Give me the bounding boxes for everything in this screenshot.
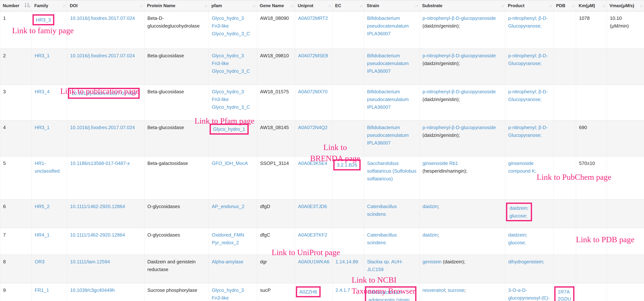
column-header-pfam[interactable]: pfam↓↑ [209, 0, 257, 12]
uniprot-link[interactable]: A0A072MX70 [298, 89, 328, 94]
pfam-link[interactable]: Glyco_hydro_3 [212, 287, 244, 293]
product-link[interactable]: glucose; [508, 240, 526, 245]
column-header-protein-name[interactable]: Protein Name↓↑ [144, 0, 209, 12]
km-cell: 570±10 [576, 156, 607, 199]
pfam-link[interactable]: AP_endonuc_2 [212, 204, 244, 209]
pdb-link[interactable]: 1R7A [558, 289, 570, 294]
family-link[interactable]: HR5_2 [35, 204, 50, 209]
doi-link[interactable]: 10.1016/j.foodres.2017.07.024 [70, 53, 135, 58]
family-link[interactable]: FR1_1 [35, 287, 49, 293]
ec-cell: 2.4.1.7 [332, 283, 364, 301]
column-header-family[interactable]: Family↓↑ [32, 0, 67, 12]
pfam-link[interactable]: GFO_IDH_MocA [212, 161, 248, 166]
column-header-product[interactable]: Product↓↑ [505, 0, 554, 12]
substrate-link[interactable]: ginsenoside Rb1 [422, 161, 458, 166]
pdb-link[interactable]: 2GDU [558, 296, 571, 301]
pfam-link[interactable]: Glyco_hydro_3_C [212, 31, 250, 36]
ec-link[interactable]: 2.4.1.7 [336, 287, 350, 293]
substrate-link[interactable]: daidzin [422, 204, 438, 209]
strain-link[interactable]: Bifidobacterium adolescentis (strain ATC… [368, 289, 410, 301]
substrate-link[interactable]: p-nitrophenyl-β-D-glucopyranoside [422, 16, 496, 21]
strain-link[interactable]: Bifidobacterium pseudocatenulatum IPLA36… [367, 16, 409, 36]
strain-link[interactable]: Slackia sp. AUH-JLC159 [367, 259, 403, 272]
pfam-link[interactable]: Glyco_hydro_3 [212, 89, 244, 94]
product-link[interactable]: p-nitrophenyl; β-D-Glucopyranose; [508, 125, 548, 138]
doi-link[interactable]: 10.1111/lam.12594 [70, 259, 110, 264]
column-header-gene-name[interactable]: Gene Name↓↑ [257, 0, 295, 12]
substrate-link[interactable]: genistein [422, 259, 442, 264]
pfam-link[interactable]: Oxidored_FMN [212, 232, 244, 238]
pfam-link[interactable]: Fn3-like [212, 97, 229, 102]
uniprot-cell: A0A0E3TKF2 [295, 228, 332, 255]
strain-link[interactable]: Catenibacillus scindens [367, 232, 397, 245]
doi-link[interactable]: 10.1111/1462-2920.12864 [70, 204, 125, 209]
family-link[interactable]: HR1-unclassified [35, 161, 60, 174]
product-link[interactable]: ginsenoside compound K; [508, 161, 536, 174]
substrate-link[interactable]: p-nitrophenyl-β-D-glucopyranoside [422, 53, 496, 58]
column-header-number[interactable]: Number [0, 0, 32, 12]
pfam-link[interactable]: Glyco_hydro_1 [213, 126, 245, 132]
family-link[interactable]: HR3_3 [36, 17, 51, 23]
uniprot-link[interactable]: A0A0E3TKF2 [298, 232, 327, 238]
product-link[interactable]: dihydrogenistein; [508, 259, 544, 264]
uniprot-link[interactable]: A0ZZH6 [299, 289, 317, 294]
pfam-link[interactable]: Glyco_hydro_3_C [212, 68, 250, 74]
product-link[interactable]: p-nitrophenyl; β-D-Glucopyranose; [508, 53, 548, 66]
doi-link[interactable]: 10.1016/j.foodres.2017.07.024 [70, 16, 135, 21]
uniprot-link[interactable]: A0A0E3K5E4 [298, 161, 327, 166]
pfam-link[interactable]: Alpha-amylase [212, 259, 243, 264]
family-link[interactable]: OR3 [35, 259, 44, 264]
family-link[interactable]: HR4_1 [35, 232, 50, 238]
column-header-km[interactable]: Km(μM)↓↑ [576, 0, 607, 12]
family-link[interactable]: HR3_1 [35, 125, 50, 130]
product-link[interactable]: glucose; [510, 213, 527, 218]
ec-link[interactable]: 1.14.14.89 [336, 259, 358, 264]
substrate-link[interactable]: sucrose [448, 287, 464, 293]
pfam-link[interactable]: Glyco_hydro_3 [212, 53, 244, 58]
column-header-doi[interactable]: DOI↓↑ [67, 0, 144, 12]
family-link[interactable]: HR3_4 [35, 89, 50, 94]
uniprot-link[interactable]: A0A072MSE8 [298, 53, 328, 58]
substrate-link[interactable]: daidzin [422, 232, 438, 238]
column-header-pdb[interactable]: PDB↓↑ [554, 0, 576, 12]
product-link[interactable]: daidzein; [508, 232, 527, 238]
column-header-ec[interactable]: EC↓↑ [332, 0, 364, 12]
doi-link[interactable]: 10.1016/j.foodres.2017.07.024 [70, 125, 135, 130]
product-link[interactable]: p-nitrophenyl; β-D-Glucopyranose; [508, 89, 548, 102]
family-link[interactable]: HR3_1 [35, 53, 50, 58]
column-label: Vmax(μM/s) [610, 3, 634, 8]
column-header-strain[interactable]: Strain↓↑ [364, 0, 420, 12]
doi-link[interactable]: 10.1016/j.foodres.2017.07.024 [72, 91, 136, 96]
substrate-link[interactable]: p-nitrophenyl-β-D-glucopyranoside [422, 89, 496, 94]
column-header-uniprot[interactable]: Uniprot↓↑ [295, 0, 332, 12]
number-cell: 6 [0, 199, 32, 228]
uniprot-link[interactable]: A0A0U1WKA6 [298, 259, 330, 264]
strain-link[interactable]: Bifidobacterium pseudocatenulatum IPLA36… [367, 53, 409, 74]
uniprot-link[interactable]: A0A072MRT2 [298, 16, 328, 21]
pfam-link[interactable]: Pyr_redox_2 [212, 240, 239, 245]
pfam-link[interactable]: Fn3-like [212, 23, 229, 29]
column-header-vmax[interactable]: Vmax(μM/s)↓↑ [607, 0, 644, 12]
doi-link[interactable]: 10.1111/1462-2920.12864 [70, 232, 125, 238]
product-link[interactable]: daidzein; [510, 205, 528, 211]
uniprot-link[interactable]: A0A0E3TJD6 [298, 204, 327, 209]
strain-link[interactable]: Bifidobacterium pseudocatenulatum IPLA36… [367, 125, 409, 146]
substrate-link[interactable]: resveratrol [422, 287, 445, 293]
uniprot-cell: A0A0E3TJD6 [295, 199, 332, 228]
ec-link[interactable]: 3.2.1.B26 [337, 162, 357, 168]
doi-link[interactable]: 10.1039/c3gc40449h [70, 287, 115, 293]
pfam-link[interactable]: Fn3-like [212, 61, 229, 66]
uniprot-link[interactable]: A0A072N4Q2 [298, 125, 328, 130]
doi-link[interactable]: 10.1186/s13568-017-0487-x [70, 161, 130, 166]
strain-link[interactable]: Bifidobacterium pseudocatenulatum IPLA36… [367, 89, 409, 110]
pfam-link[interactable]: Fn3-like [212, 295, 229, 301]
pfam-link[interactable]: Glyco_hydro_3_C [212, 104, 250, 110]
substrate-cell: resveratrol; sucrose; [420, 283, 505, 301]
strain-link[interactable]: Catenibacillus scindens [367, 204, 397, 217]
pfam-link[interactable]: Glyco_hydro_3 [212, 16, 244, 21]
product-link[interactable]: 3-O-α-D-glucopyranosyl-(E)-resveratrol; … [508, 287, 550, 301]
strain-link[interactable]: Saccharolobus solfataricus (Sulfolobus s… [367, 161, 416, 181]
substrate-link[interactable]: p-nitrophenyl-β-D-glucopyranoside [422, 125, 496, 130]
product-link[interactable]: p-nitrophenyl; β-D-Glucopyranose; [508, 16, 548, 29]
column-header-substrate[interactable]: Substrate↓↑ [420, 0, 505, 12]
